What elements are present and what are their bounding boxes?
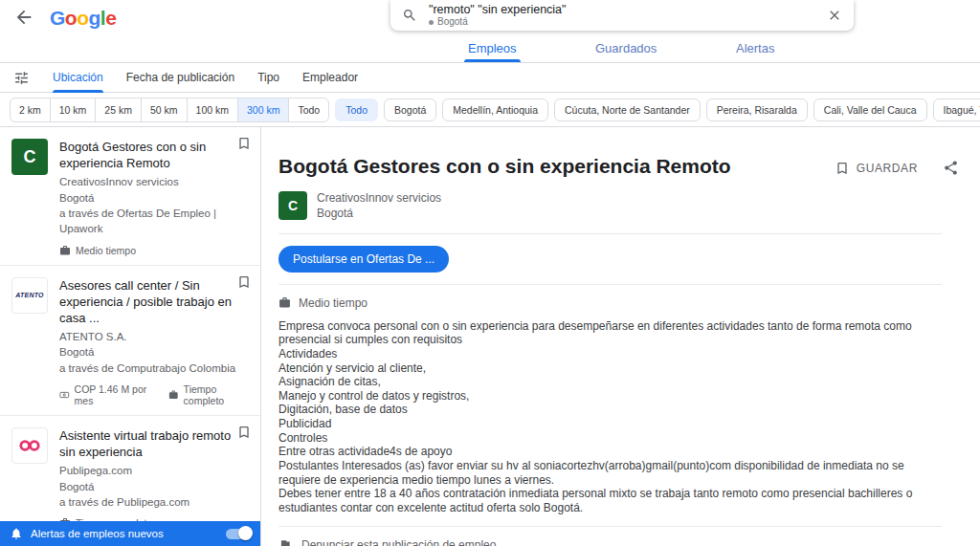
job-info: Asistente virtual trabajo remoto sin exp… (59, 427, 251, 529)
job-location: Bogotá (59, 479, 251, 494)
job-title: Bogotá Gestores con o sin experiencia Re… (59, 139, 251, 171)
job-description: Empresa convoca personal con o sin exper… (278, 319, 937, 515)
result-tabs: Empleos Guardados Alertas (0, 34, 980, 63)
job-title: Asistente virtual trabajo remoto sin exp… (59, 427, 251, 460)
location-chip-medellin[interactable]: Medellín, Antioquia (442, 98, 548, 121)
search-location: Bogotá (429, 16, 567, 28)
job-via: a través de Computrabajo Colombia (59, 360, 251, 376)
distance-chip-todo[interactable]: Todo (289, 98, 328, 121)
job-company: Publipega.com (59, 463, 251, 478)
toggle-knob (238, 526, 253, 540)
detail-company-logo: C (278, 191, 307, 220)
filter-tab-empleador[interactable]: Empleador (302, 63, 358, 93)
money-icon (59, 389, 70, 401)
distance-filter-group: 2 km 10 km 25 km 50 km 100 km 300 km Tod… (10, 98, 329, 122)
job-card[interactable]: C Bogotá Gestores con o sin experiencia … (0, 127, 260, 266)
tab-alertas[interactable]: Alertas (736, 34, 774, 62)
location-chip-pereira[interactable]: Pereira, Risaralda (706, 98, 808, 121)
detail-actions: GUARDAR (835, 160, 959, 176)
flag-icon (278, 538, 292, 546)
location-chip-todo[interactable]: Todo (335, 98, 378, 121)
filter-settings-button[interactable] (13, 70, 30, 86)
job-meta: Publipega.com Bogotá a través de Publipe… (59, 463, 251, 510)
job-location: Bogotá (59, 344, 251, 360)
employment-type-label: Medio tiempo (299, 296, 368, 310)
job-via: a través de Ofertas De Empleo | Upawork (59, 206, 251, 237)
distance-chip-50km[interactable]: 50 km (142, 98, 188, 121)
job-alerts-bar[interactable]: Alertas de empleos nuevos (0, 521, 260, 546)
search-icon (402, 8, 417, 23)
job-badges: Medio tiempo (59, 245, 251, 256)
divider (278, 284, 942, 285)
tab-guardados[interactable]: Guardados (595, 34, 657, 62)
employment-type-badge: Tiempo completo (168, 383, 251, 406)
top-bar: Google "remoto" "sin experiencia" Bogotá (0, 0, 980, 34)
badge-label: Tiempo completo (184, 383, 251, 406)
logo-letter: e (105, 7, 116, 29)
job-meta: CreativosInnov servicios Bogotá a través… (59, 174, 251, 236)
company-logo-text: ATENTO (15, 292, 43, 298)
search-query: "remoto" "sin experiencia" (429, 3, 567, 16)
report-label: Denunciar esta publicación de empleo (301, 538, 496, 546)
job-list: C Bogotá Gestores con o sin experiencia … (0, 127, 261, 546)
tab-empleos[interactable]: Empleos (468, 34, 517, 62)
bookmark-button[interactable] (236, 425, 252, 440)
location-chip-bogota[interactable]: Bogotá (384, 98, 436, 121)
divider (278, 233, 942, 234)
detail-company-row: C CreativosInnov servicios Bogotá (278, 190, 942, 221)
employment-type-badge: Medio tiempo (59, 245, 136, 256)
filter-tab-fecha[interactable]: Fecha de publicación (126, 63, 234, 93)
distance-chip-300km[interactable]: 300 km (238, 98, 289, 121)
apply-button[interactable]: Postularse en Ofertas De ... (278, 246, 449, 273)
job-card[interactable]: ATENTO Asesores call center / Sin experi… (0, 266, 260, 416)
job-meta: ATENTO S.A. Bogotá a través de Computrab… (59, 329, 251, 376)
location-chip-cali[interactable]: Cali, Valle del Cauca (813, 98, 927, 121)
report-job-link[interactable]: Denunciar esta publicación de empleo (278, 538, 942, 546)
distance-chip-25km[interactable]: 25 km (96, 98, 142, 121)
alerts-toggle[interactable] (226, 529, 251, 539)
job-detail: Bogotá Gestores con o sin experiencia Re… (261, 127, 980, 546)
company-logo (11, 427, 48, 464)
content: C Bogotá Gestores con o sin experiencia … (0, 127, 980, 546)
location-chip-ibague[interactable]: Ibagué, Tolima (933, 98, 980, 121)
badge-label: COP 1.46 M por mes (75, 383, 158, 406)
alerts-bar-label: Alertas de empleos nuevos (31, 528, 164, 539)
chips-bar: 2 km 10 km 25 km 50 km 100 km 300 km Tod… (0, 93, 980, 127)
bookmark-icon (835, 161, 850, 176)
share-button[interactable] (943, 160, 959, 176)
google-jobs-app: Google "remoto" "sin experiencia" Bogotá… (0, 0, 980, 546)
bookmark-button[interactable] (236, 274, 252, 290)
company-logo: ATENTO (11, 277, 48, 314)
detail-company-location: Bogotá (317, 206, 441, 221)
search-text: "remoto" "sin experiencia" Bogotá (429, 3, 567, 28)
company-logo-letter: C (24, 147, 36, 167)
distance-chip-2km[interactable]: 2 km (11, 98, 51, 121)
distance-chip-10km[interactable]: 10 km (51, 98, 97, 121)
employment-type-row: Medio tiempo (278, 296, 942, 310)
distance-chip-100km[interactable]: 100 km (188, 98, 238, 121)
location-chip-cucuta[interactable]: Cúcuta, Norte de Santander (554, 98, 701, 121)
company-logo: C (11, 139, 48, 175)
bookmark-icon (236, 425, 252, 440)
google-logo[interactable]: Google (50, 8, 116, 28)
bookmark-button[interactable] (236, 136, 252, 151)
job-via: a través de Publipega.com (59, 494, 251, 510)
salary-badge: COP 1.46 M por mes (59, 383, 157, 406)
detail-company-logo-letter: C (288, 198, 298, 213)
logo-letter: o (77, 7, 88, 29)
save-button[interactable]: GUARDAR (835, 161, 918, 176)
detail-title: Bogotá Gestores con o sin experiencia Re… (278, 154, 853, 179)
search-location-label: Bogotá (437, 16, 468, 28)
bell-icon (10, 527, 23, 540)
location-dot-icon (429, 20, 434, 25)
filter-tab-tipo[interactable]: Tipo (257, 63, 279, 93)
clear-search-button[interactable] (827, 8, 842, 23)
search-box[interactable]: "remoto" "sin experiencia" Bogotá (390, 0, 854, 31)
filter-tab-ubicacion[interactable]: Ubicación (53, 63, 103, 93)
save-label: GUARDAR (857, 162, 918, 175)
badge-label: Medio tiempo (76, 245, 136, 256)
back-button[interactable] (13, 7, 34, 28)
job-info: Bogotá Gestores con o sin experiencia Re… (59, 139, 251, 256)
share-icon (943, 160, 959, 176)
detail-company-meta: CreativosInnov servicios Bogotá (317, 190, 441, 221)
